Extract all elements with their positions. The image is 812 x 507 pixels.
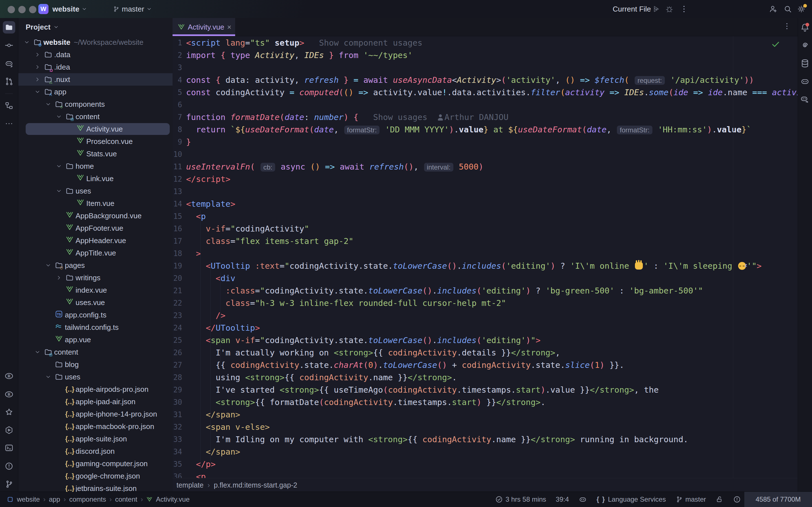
chevron-right-icon[interactable] xyxy=(32,64,43,70)
tree-item-uses-vue[interactable]: uses.vue xyxy=(18,296,172,309)
status-path-item[interactable]: app xyxy=(49,496,60,503)
tree-item-home[interactable]: home xyxy=(18,160,172,172)
project-switcher[interactable]: website xyxy=(52,0,87,18)
window-close-button[interactable] xyxy=(8,6,15,13)
chevron-down-icon[interactable] xyxy=(21,39,32,45)
tree-item-appheader-vue[interactable]: AppHeader.vue xyxy=(18,234,172,247)
chevron-right-icon[interactable] xyxy=(32,52,43,58)
tab-close-icon[interactable]: × xyxy=(227,23,232,32)
problems-icon[interactable] xyxy=(3,460,15,472)
tree-item-apple-airpods-pro-json[interactable]: {‥}apple-airpods-pro.json xyxy=(18,383,172,395)
chevron-down-icon[interactable] xyxy=(54,114,64,120)
project-folder-icon[interactable] xyxy=(3,21,15,34)
copilot-icon[interactable] xyxy=(799,75,811,88)
inspections-ok-icon[interactable] xyxy=(771,40,780,52)
tree-item-apple-ipad-air-json[interactable]: {‥}apple-ipad-air.json xyxy=(18,395,172,408)
unlock-icon[interactable] xyxy=(716,496,723,503)
editor-more-icon[interactable] xyxy=(783,22,791,31)
tree-item-apptitle-vue[interactable]: AppTitle.vue xyxy=(18,247,172,259)
tree-item-app-config-ts[interactable]: TSapp.config.ts xyxy=(18,309,172,321)
tree-item-appfooter-vue[interactable]: AppFooter.vue xyxy=(18,222,172,234)
breadcrumb-item-element[interactable]: p.flex.md:items-start.gap-2 xyxy=(214,481,297,489)
copilot-icon[interactable] xyxy=(578,495,587,504)
tree-item-index-vue[interactable]: index.vue xyxy=(18,284,172,296)
r-plugin-icon[interactable]: R xyxy=(3,370,15,382)
search-icon[interactable] xyxy=(783,4,792,13)
tree-item-apple-suite-json[interactable]: {‥}apple-suite.json xyxy=(18,433,172,445)
chevron-down-icon[interactable] xyxy=(43,101,54,107)
status-path-item[interactable]: Activity.vue xyxy=(156,496,190,503)
tree-item-components[interactable]: components xyxy=(18,98,172,110)
tree-item-item-vue[interactable]: Item.vue xyxy=(18,197,172,210)
tree-item--idea[interactable]: IJ.idea xyxy=(18,61,172,73)
git-branch-icon[interactable] xyxy=(3,478,15,490)
tree-item--nuxt[interactable]: .nuxt xyxy=(18,73,172,86)
tree-item-jetbrains-suite-json[interactable]: {‥}jetbrains-suite.json xyxy=(18,482,172,492)
services-play-icon[interactable] xyxy=(3,424,15,436)
chevron-down-icon[interactable] xyxy=(54,188,64,194)
commit-icon[interactable] xyxy=(3,39,15,52)
tree-item-proselcon-vue[interactable]: Proselcon.vue xyxy=(18,135,172,148)
chevron-down-icon[interactable] xyxy=(32,89,43,95)
tree-item-app[interactable]: app xyxy=(18,86,172,98)
terminal-icon[interactable] xyxy=(3,442,15,454)
copilot-chat-icon[interactable] xyxy=(799,93,811,106)
copilot-question-icon[interactable] xyxy=(3,57,15,69)
more-icon[interactable] xyxy=(679,4,689,13)
tree-item-gaming-computer-json[interactable]: {‥}gaming-computer.json xyxy=(18,457,172,470)
tree-item-uses[interactable]: uses xyxy=(18,371,172,383)
memory-indicator[interactable]: 4585 of 7700M xyxy=(744,492,812,507)
tab-activity-vue[interactable]: Activity.vue × xyxy=(172,18,235,36)
structure-icon[interactable] xyxy=(3,100,15,112)
star-plugin-icon[interactable] xyxy=(3,406,15,418)
project-panel-header[interactable]: Project xyxy=(18,18,172,36)
tree-item-content[interactable]: content xyxy=(18,346,172,358)
pull-request-icon[interactable] xyxy=(3,75,15,88)
more-icon[interactable] xyxy=(3,117,15,130)
chevron-right-icon[interactable] xyxy=(32,76,43,82)
language-services-widget[interactable]: { } Language Services xyxy=(597,496,666,503)
chevron-right-icon[interactable] xyxy=(54,275,64,281)
editor-area[interactable]: Activity.vue × 1<script lang="ts" setup>… xyxy=(172,18,798,492)
debug-icon[interactable] xyxy=(665,4,674,13)
window-minimize-button[interactable] xyxy=(18,6,26,13)
tree-item--data[interactable]: .data xyxy=(18,48,172,61)
chevron-down-icon[interactable] xyxy=(32,349,43,355)
status-path-item[interactable]: content xyxy=(115,496,137,503)
tree-item-apple-iphone-14-pro-json[interactable]: {‥}apple-iphone-14-pro.json xyxy=(18,408,172,420)
problems-icon[interactable] xyxy=(733,496,741,503)
breadcrumb-item-template[interactable]: template xyxy=(176,481,204,489)
tree-item-uses[interactable]: uses xyxy=(18,185,172,197)
code-editor[interactable]: 1<script lang="ts" setup> Show component… xyxy=(172,36,798,478)
chevron-down-icon[interactable] xyxy=(43,262,54,269)
status-branch-widget[interactable]: master xyxy=(675,496,706,503)
ai-assistant-icon[interactable] xyxy=(799,39,811,52)
tree-item-activity-vue[interactable]: Activity.vue xyxy=(18,123,172,135)
tree-item-writings[interactable]: writings xyxy=(18,272,172,284)
status-path-item[interactable]: website xyxy=(17,496,40,503)
chevron-down-icon[interactable] xyxy=(43,374,54,380)
database-icon[interactable] xyxy=(799,57,811,69)
r-plugin-icon-2[interactable]: R xyxy=(3,388,15,400)
tree-item-pages[interactable]: pages xyxy=(18,259,172,272)
tree-item-discord-json[interactable]: {‥}discord.json xyxy=(18,445,172,457)
tree-item-website[interactable]: website~/Workspace/website xyxy=(18,36,172,48)
window-zoom-button[interactable] xyxy=(29,6,36,13)
tree-item-blog[interactable]: blog xyxy=(18,358,172,371)
tree-item-content[interactable]: content xyxy=(18,110,172,123)
tree-item-tailwind-config-ts[interactable]: tailwind.config.ts xyxy=(18,321,172,334)
tree-item-apple-macbook-pro-json[interactable]: {‥}apple-macbook-pro.json xyxy=(18,420,172,433)
status-path-item[interactable]: components xyxy=(69,496,106,503)
notifications-bell-icon[interactable] xyxy=(799,21,811,34)
status-time-widget[interactable]: 3 hrs 58 mins xyxy=(495,496,546,503)
tree-item-stats-vue[interactable]: Stats.vue xyxy=(18,148,172,160)
tree-item-link-vue[interactable]: Link.vue xyxy=(18,172,172,185)
tree-item-appbackground-vue[interactable]: AppBackground.vue xyxy=(18,210,172,222)
tree-item-app-vue[interactable]: app.vue xyxy=(18,334,172,346)
tree-item-google-chrome-json[interactable]: {‥}google-chrome.json xyxy=(18,470,172,482)
caret-position[interactable]: 39:4 xyxy=(556,496,569,503)
run-icon[interactable] xyxy=(651,4,660,13)
add-user-icon[interactable] xyxy=(769,4,777,13)
vcs-branch-widget[interactable]: master xyxy=(113,0,152,18)
settings-icon[interactable] xyxy=(797,4,806,13)
